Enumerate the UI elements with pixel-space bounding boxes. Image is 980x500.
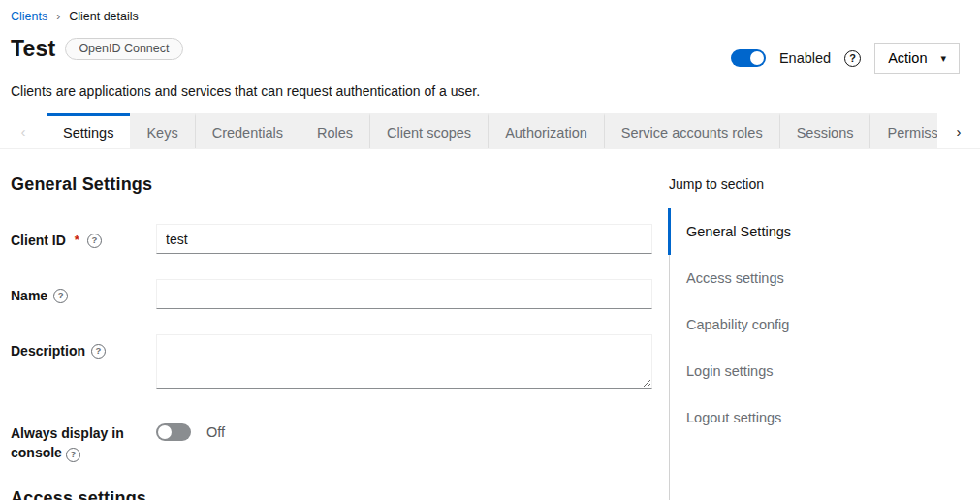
access-settings-heading: Access settings <box>11 488 652 500</box>
breadcrumb-separator-icon: › <box>56 10 60 23</box>
description-row: Description ? <box>11 334 652 391</box>
tab-credentials[interactable]: Credentials <box>196 113 300 148</box>
header-controls: Enabled ? Action ▾ <box>731 43 960 74</box>
description-label: Description <box>11 341 85 360</box>
access-settings-section: Access settings <box>11 488 652 500</box>
name-row: Name ? <box>11 279 652 309</box>
name-input[interactable] <box>156 279 652 309</box>
jump-nav-title: Jump to section <box>669 176 980 192</box>
required-indicator: * <box>75 232 79 250</box>
caret-down-icon: ▾ <box>940 52 946 65</box>
tab-client-scopes[interactable]: Client scopes <box>370 113 489 148</box>
page-title: Test <box>11 36 55 62</box>
always-display-help-icon[interactable]: ? <box>66 448 80 462</box>
page-header: Test OpenID Connect Enabled ? Action ▾ <box>0 23 980 74</box>
jump-to-section-sidebar: Jump to section General Settings Access … <box>669 174 980 500</box>
switch-knob <box>750 51 764 65</box>
description-help-icon[interactable]: ? <box>91 344 106 359</box>
breadcrumb: Clients › Client details <box>0 0 980 23</box>
jump-nav-list: General Settings Access settings Capabil… <box>669 208 980 500</box>
action-dropdown-label: Action <box>888 50 927 66</box>
tab-bar: ‹ Settings Keys Credentials Roles Client… <box>0 113 980 149</box>
enabled-switch[interactable] <box>731 49 766 67</box>
tab-keys[interactable]: Keys <box>130 113 195 148</box>
name-help-icon[interactable]: ? <box>53 289 68 303</box>
client-id-row: Client ID * ? <box>11 224 652 254</box>
tab-sessions[interactable]: Sessions <box>780 113 871 148</box>
tab-authorization[interactable]: Authorization <box>489 113 605 148</box>
client-id-help-icon[interactable]: ? <box>87 234 102 248</box>
jump-link-logout-settings[interactable]: Logout settings <box>668 394 980 441</box>
protocol-badge: OpenID Connect <box>65 38 182 60</box>
jump-link-general-settings[interactable]: General Settings <box>668 208 980 255</box>
always-display-state-label: Off <box>206 424 225 440</box>
tab-service-accounts-roles[interactable]: Service accounts roles <box>605 113 780 148</box>
client-id-input[interactable] <box>156 224 652 254</box>
always-display-row: Always display in console ? Off <box>11 417 652 463</box>
page-description: Clients are applications and services th… <box>0 83 980 99</box>
tab-settings[interactable]: Settings <box>47 113 130 148</box>
description-textarea[interactable] <box>156 334 652 389</box>
tabs-scroll-area: Settings Keys Credentials Roles Client s… <box>47 113 937 148</box>
jump-link-access-settings[interactable]: Access settings <box>668 255 980 301</box>
breadcrumb-clients-link[interactable]: Clients <box>11 10 47 23</box>
always-display-switch[interactable] <box>156 423 191 441</box>
switch-knob <box>158 425 172 439</box>
action-dropdown-button[interactable]: Action ▾ <box>874 43 960 74</box>
title-group: Test OpenID Connect <box>11 36 183 62</box>
settings-form: General Settings Client ID * ? <box>11 174 669 500</box>
breadcrumb-current: Client details <box>69 10 139 23</box>
scroll-tabs-right-button[interactable]: › <box>937 113 980 148</box>
general-settings-heading: General Settings <box>11 174 652 195</box>
tab-permissions[interactable]: Permissions <box>870 113 937 148</box>
help-icon[interactable]: ? <box>844 50 861 67</box>
client-id-label: Client ID <box>11 231 66 250</box>
name-label: Name <box>11 286 47 305</box>
jump-link-capability-config[interactable]: Capability config <box>668 301 980 348</box>
tab-roles[interactable]: Roles <box>300 113 370 148</box>
jump-link-login-settings[interactable]: Login settings <box>668 348 980 394</box>
client-details-page: Clients › Client details Test OpenID Con… <box>0 0 980 500</box>
scroll-tabs-left-button[interactable]: ‹ <box>0 113 47 148</box>
settings-tab-content: General Settings Client ID * ? <box>0 174 980 500</box>
enabled-label: Enabled <box>779 50 831 66</box>
